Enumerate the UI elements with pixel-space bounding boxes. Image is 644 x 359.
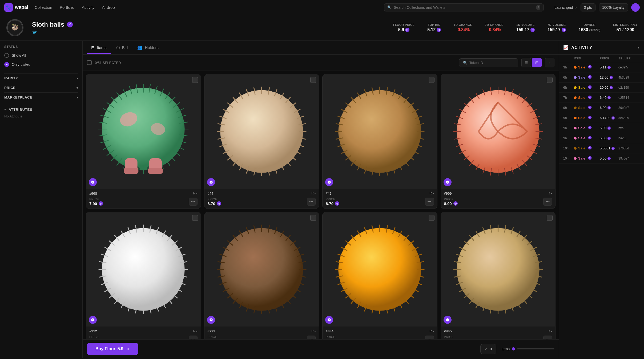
token-id-input[interactable] — [469, 61, 514, 65]
logo[interactable]: 🐾 wapal — [4, 3, 28, 12]
activity-type: Sale M — [574, 126, 600, 130]
activity-seller: ce3ef5 — [618, 66, 640, 69]
slider-track[interactable] — [517, 348, 554, 349]
nft-select-checkbox[interactable] — [192, 215, 198, 221]
tab-items[interactable]: ⊞ Items — [87, 42, 111, 54]
marketplace-icon: M — [89, 178, 97, 186]
nft-select-checkbox[interactable] — [429, 215, 434, 221]
search-icon: 🔍 — [387, 5, 392, 9]
nft-select-checkbox[interactable] — [192, 77, 198, 83]
nft-id: #112 — [89, 329, 97, 333]
activity-row[interactable]: 9h Sale M 6.00 ◎ 39c0e7 — [559, 103, 644, 113]
activity-row[interactable]: 6h Sale M 12.00 ◎ 4b3d29 — [559, 72, 644, 83]
twitter-link[interactable]: 🐦 — [32, 30, 73, 35]
tab-holders[interactable]: 👥 Holders — [133, 42, 163, 54]
activity-row[interactable]: 10h Sale M 5.05 ◎ 39c0e7 — [559, 153, 644, 164]
more-options-button[interactable]: ••• — [189, 336, 198, 340]
activity-row[interactable]: 9h Sale M 6.00 ◎ nav... — [559, 133, 644, 143]
currency-icon-activity: M — [588, 65, 592, 70]
main-layout: STATUS Show All Only Listed RARITY ▾ PRI… — [0, 41, 644, 358]
nft-select-checkbox[interactable] — [547, 77, 553, 83]
nft-card[interactable]: M #445 R - PRICE 9.50 ◎ ••• — [441, 212, 556, 340]
nft-select-checkbox[interactable] — [310, 77, 316, 83]
nft-card[interactable]: M #44 R - PRICE 8.70 ◎ ••• — [204, 74, 319, 209]
nft-card[interactable]: M #334 R - PRICE 9.30 ◎ ••• — [322, 212, 437, 340]
nav-portfolio[interactable]: Portfolio — [60, 4, 74, 11]
nft-price-row: PRICE 9.20 ◎ ••• — [208, 335, 316, 339]
more-options-button[interactable]: ••• — [307, 198, 316, 206]
nft-id-row: #223 R - — [208, 329, 316, 333]
activity-expand-icon[interactable]: ▸ — [638, 46, 640, 50]
more-options-button[interactable]: ••• — [307, 336, 316, 340]
token-search[interactable]: 🔍 — [459, 58, 518, 67]
nft-card[interactable]: M #908 R - PRICE 7.90 ◎ ••• — [86, 74, 201, 209]
price-amount: 8.70 — [208, 201, 215, 206]
floor-price-value: 5.9 ◎ — [398, 27, 409, 32]
type-indicator — [574, 147, 577, 150]
nft-card[interactable]: M #223 R - PRICE 9.20 ◎ ••• — [204, 212, 319, 340]
price-amount: 8.70 — [326, 201, 333, 206]
type-label: Sale — [578, 96, 585, 100]
buy-floor-button[interactable]: Buy Floor 5.9 ◎ — [87, 343, 138, 355]
search-input[interactable] — [394, 5, 534, 10]
radio-only-listed[interactable]: Only Listed — [4, 61, 78, 68]
currency-icon-2: ◎ — [437, 28, 441, 32]
activity-row[interactable]: 3h Sale M 5.11 ◎ ce3ef5 — [559, 62, 644, 72]
activity-row[interactable]: 7h Sale M 6.40 ◎ e25314 — [559, 93, 644, 103]
more-options-button[interactable]: ••• — [425, 336, 434, 340]
activity-row[interactable]: 9h Sale M 6.1499 ◎ de6d39 — [559, 113, 644, 123]
list-view-button[interactable]: ☰ — [521, 58, 531, 67]
nft-info: #334 R - PRICE 9.30 ◎ ••• — [323, 327, 437, 339]
nft-card[interactable]: M #112 R - PRICE 9.10 ◎ ••• — [86, 212, 201, 340]
nft-select-checkbox[interactable] — [429, 77, 434, 83]
nft-price-row: PRICE 8.70 ◎ ••• — [326, 198, 434, 206]
price-container: PRICE 8.90 ◎ — [444, 198, 458, 206]
activity-row[interactable]: 10h Sale M 5.0001 ◎ 27653d — [559, 143, 644, 153]
cart-counter: ✓ 0 — [480, 344, 496, 354]
nft-card[interactable]: M #909 R - PRICE 8.90 ◎ ••• — [441, 74, 556, 209]
nav-activity[interactable]: Activity — [82, 4, 95, 11]
svg-point-170 — [102, 228, 185, 311]
user-avatar[interactable] — [631, 3, 640, 12]
select-all-checkbox[interactable] — [87, 60, 92, 65]
price-filter[interactable]: PRICE ▾ — [4, 83, 78, 92]
activity-seller: de6d39 — [618, 116, 640, 120]
activity-panel: 📈 ACTIVITY ▸ ITEM PRICE SELLER 3h Sale M… — [559, 41, 644, 358]
loyalty-badge: 100% Loyalty — [599, 3, 628, 11]
nav-airdrop[interactable]: Airdrop — [102, 4, 115, 11]
svg-text:M: M — [589, 96, 590, 98]
tab-bid[interactable]: ⬡ Bid — [112, 42, 132, 54]
more-options-button[interactable]: ••• — [543, 336, 552, 340]
grid-view-button[interactable]: ⊞ — [532, 58, 542, 67]
left-sidebar: STATUS Show All Only Listed RARITY ▾ PRI… — [0, 41, 83, 358]
attributes-section: ≡ ATTRIBUTES No Attribute — [4, 107, 78, 118]
currency-icon-activity: M — [588, 85, 592, 90]
nft-select-checkbox[interactable] — [547, 215, 553, 221]
svg-text:M: M — [329, 181, 330, 183]
expand-button[interactable]: » — [545, 58, 554, 67]
radio-show-all[interactable]: Show All — [4, 52, 78, 59]
activity-row[interactable]: 6h Sale M 10.00 ◎ e2c150 — [559, 83, 644, 93]
rarity-label: RARITY — [4, 76, 18, 80]
nft-id: #445 — [444, 329, 452, 333]
only-listed-label: Only Listed — [12, 62, 30, 67]
cart-icon: ✓ — [485, 347, 488, 351]
price-label: PRICE — [89, 198, 103, 201]
nav-collection[interactable]: Collection — [35, 4, 52, 11]
status-radio-group: Show All Only Listed — [4, 52, 78, 68]
stat-top-bid: TOP BID 5.12 ◎ — [427, 23, 441, 32]
more-options-button[interactable]: ••• — [425, 198, 434, 206]
nft-card[interactable]: M #46 R - PRICE 8.70 ◎ ••• — [322, 74, 437, 209]
svg-text:M: M — [210, 181, 212, 183]
rarity-filter[interactable]: RARITY ▾ — [4, 73, 78, 83]
more-options-button[interactable]: ••• — [543, 198, 552, 206]
chevron-down-icon-3: ▾ — [77, 96, 78, 99]
global-search[interactable]: 🔍 / — [384, 3, 544, 11]
activity-row[interactable]: 9h Sale M 6.00 ◎ hva... — [559, 123, 644, 133]
vol-7d-label: 7D VOLUME — [548, 23, 566, 26]
col-item: ITEM — [574, 57, 600, 60]
marketplace-filter[interactable]: MARKETPLACE ▾ — [4, 92, 78, 102]
more-options-button[interactable]: ••• — [189, 198, 198, 206]
nft-select-checkbox[interactable] — [310, 215, 316, 221]
launchpad-button[interactable]: Launchpad ↗ — [554, 5, 577, 10]
